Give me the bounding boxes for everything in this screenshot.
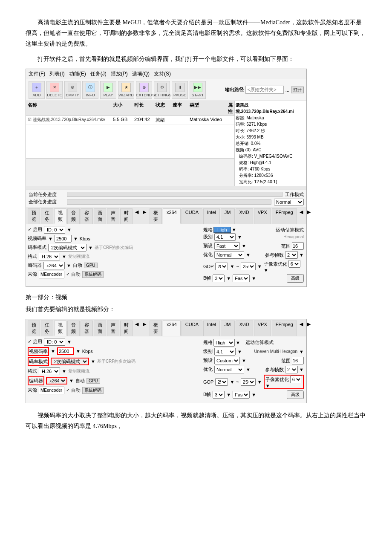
vbitrate-input[interactable] [55, 235, 72, 243]
tabs2-arrow-right[interactable]: ▶ [306, 208, 312, 224]
range-input-2[interactable] [292, 357, 304, 364]
decode-btn[interactable]: 系统解码 [82, 271, 104, 278]
profile-select-2[interactable]: High [213, 339, 235, 347]
tab2-ffmpeg[interactable]: FFmpeg [272, 208, 297, 224]
bframe-select-2[interactable]: 3 [213, 391, 225, 399]
bframe-mode-select[interactable]: Fast [233, 275, 250, 282]
advanced-btn[interactable]: 高级 [287, 274, 304, 283]
tune-select-2[interactable]: Normal [214, 366, 244, 373]
tab3-cuda[interactable]: CUDA [182, 321, 202, 336]
tab-preview[interactable]: 预览 [28, 208, 40, 224]
preset-select[interactable]: Fast [214, 242, 240, 250]
tab2-summary[interactable]: 概要 [150, 208, 162, 224]
range-input[interactable] [292, 242, 304, 250]
tabs2-arrow[interactable]: ◀ [298, 208, 305, 224]
tabs2-right-arrow[interactable]: ▶ [141, 321, 148, 336]
btn-settings[interactable]: ⚙ SETTINGS [154, 81, 170, 99]
menu-task[interactable]: 任务(J) [90, 70, 107, 78]
tune-select[interactable]: Normal [214, 251, 244, 259]
tab2-preview[interactable]: 预览 [28, 321, 40, 336]
btn-play[interactable]: ▶ PLAY [100, 81, 116, 99]
bframe-mode-select-2[interactable]: Fast [233, 391, 250, 399]
tabs2-left-arrow[interactable]: ◀ [133, 321, 140, 336]
tab2-picture[interactable]: 画面 [94, 321, 106, 336]
preset-select-2[interactable]: Custom [214, 357, 240, 364]
btn-delete[interactable]: ✕ DELETE [46, 81, 63, 99]
btn-start[interactable]: ▶▶ START [190, 81, 206, 99]
gop-max-select-2[interactable]: 250 [241, 378, 256, 386]
source-input[interactable] [39, 271, 64, 278]
tabs3-arrow[interactable]: ◀ [298, 321, 305, 336]
tab2-video[interactable]: 视频 [54, 321, 66, 336]
tab3-summary[interactable]: 概要 [150, 321, 162, 336]
tab-container[interactable]: 容器 [81, 208, 93, 224]
tab3-xvid[interactable]: XviD [236, 321, 253, 336]
advanced-btn-2[interactable]: 高级 [287, 390, 304, 399]
decode-btn-2[interactable]: 系统解码 [82, 387, 104, 394]
menu-list[interactable]: 列表(I) [49, 70, 64, 78]
open-path-button[interactable]: 打开 [291, 87, 304, 93]
tab3-ffmpeg[interactable]: FFmpeg [272, 321, 297, 336]
vbitrate-input-2[interactable] [57, 347, 74, 355]
btn-info[interactable]: ⓘ INFO [82, 81, 98, 99]
tabs-left-arrow[interactable]: ◀ [133, 208, 140, 224]
btn-wizard[interactable]: ★ WIZARD [118, 81, 134, 99]
tab-sound[interactable]: 声音 [107, 208, 119, 224]
menu-support[interactable]: 支持(S) [154, 70, 171, 78]
menu-function[interactable]: 功能(E) [69, 70, 86, 78]
profile-value[interactable]: High [213, 227, 231, 233]
gop-min-select[interactable]: 25 [215, 263, 228, 270]
menu-options[interactable]: 选项(Q) [132, 70, 150, 78]
tab3-intel[interactable]: Intel [203, 321, 220, 336]
tab-time[interactable]: 时间 [120, 208, 133, 224]
btn-add[interactable]: ＋ ADD [29, 81, 45, 99]
tab2-xvid[interactable]: XviD [236, 208, 253, 224]
tab2-vpx[interactable]: VPX [254, 208, 271, 224]
tab3-x264[interactable]: x264 [163, 321, 181, 336]
level-select-2[interactable]: 4.1 [214, 348, 236, 356]
level-select[interactable]: 4.1 [214, 233, 236, 241]
encoder-select-2[interactable]: x264 [46, 377, 67, 384]
tab2-x264[interactable]: x264 [163, 208, 181, 224]
btn-pause[interactable]: ⏸ PAUSE [172, 81, 188, 99]
tab2-container[interactable]: 容器 [81, 321, 93, 336]
gpu-btn[interactable]: GPU [84, 263, 98, 268]
btn-extend[interactable]: ⊕ EXTEND [136, 81, 152, 99]
tabs3-arrow-right[interactable]: ▶ [306, 321, 312, 336]
tab2-task[interactable]: 任务 [41, 321, 53, 336]
tab2-intel[interactable]: Intel [203, 208, 220, 224]
gpu-btn-2[interactable]: GPU [86, 378, 100, 384]
workmode-select[interactable]: Normal [274, 199, 304, 205]
tab-picture[interactable]: 画面 [94, 208, 106, 224]
bframe-select[interactable]: 3 [213, 275, 225, 282]
menu-play[interactable]: 播放(P) [111, 70, 128, 78]
tab-task[interactable]: 任务 [41, 208, 53, 224]
format-select[interactable]: H.264 [39, 253, 60, 260]
mode-select-2[interactable]: 2次编码模式 [51, 358, 89, 365]
tab-audio[interactable]: 音频 [67, 208, 80, 224]
source-input-2[interactable] [39, 387, 64, 394]
encoder-select[interactable]: x264 [43, 262, 65, 269]
mode-select[interactable]: 2次编码模式 [48, 244, 86, 251]
gop-min-select-2[interactable]: 25 [215, 378, 228, 386]
tab2-sound[interactable]: 声音 [107, 321, 119, 336]
gop-max-select[interactable]: 250 [241, 263, 256, 270]
ref-select-2[interactable]: 2 [285, 366, 298, 373]
subpel-select[interactable]: 6 [288, 260, 300, 268]
ref-select[interactable]: 2 [285, 251, 298, 259]
subpel-select-2[interactable]: 6 [290, 376, 302, 383]
btn-empty[interactable]: ⊘ EMPTY [64, 81, 81, 99]
enable-id-select-2[interactable]: ID: 0 [44, 338, 65, 346]
tabs-right-arrow[interactable]: ▶ [141, 208, 148, 224]
tab2-time[interactable]: 时间 [120, 321, 133, 336]
tab2-audio[interactable]: 音频 [67, 321, 80, 336]
enable-id-select[interactable]: ID: 0 [44, 226, 65, 234]
tab3-vpx[interactable]: VPX [254, 321, 271, 336]
tab2-cuda[interactable]: CUDA [182, 208, 202, 224]
menu-file[interactable]: 文件(F) [29, 70, 45, 78]
tab2-jm[interactable]: JM [221, 208, 235, 224]
format-select-2[interactable]: H.264 [39, 367, 60, 375]
tab3-jm[interactable]: JM [221, 321, 235, 336]
tab-video[interactable]: 视频 [54, 208, 66, 224]
file-row-1[interactable]: ☑ 遗落战境.2013.720p.BluRay.x264.mkv 5.5 GB … [26, 116, 234, 124]
